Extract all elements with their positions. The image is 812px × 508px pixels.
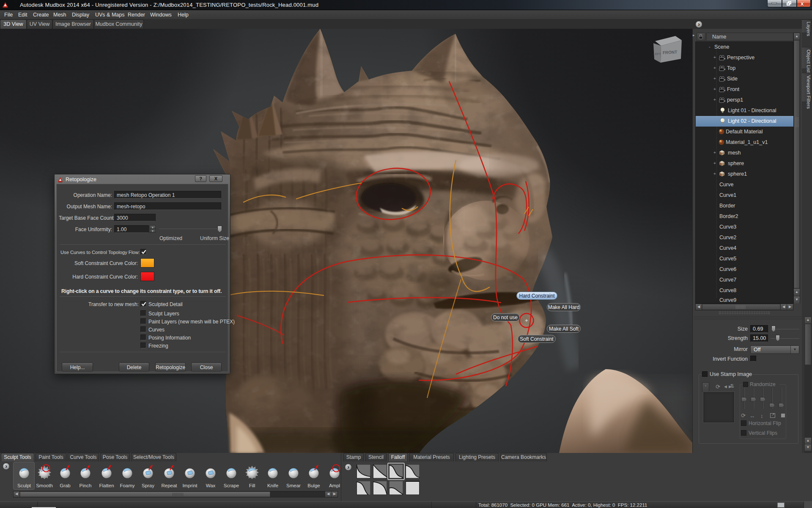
svg-text:FRONT: FRONT: [663, 50, 678, 55]
svg-text:EFT: EFT: [655, 52, 661, 55]
